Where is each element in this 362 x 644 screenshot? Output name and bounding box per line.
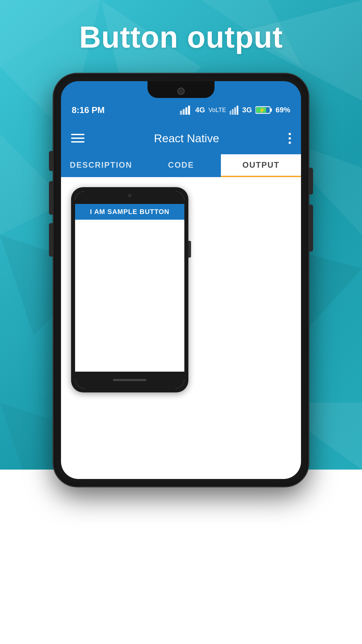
more-dot-2 [289, 137, 291, 140]
phone-inner-screen: 8:16 PM 4G VoLTE [61, 81, 301, 479]
hamburger-menu-button[interactable] [71, 134, 84, 143]
app-toolbar: React Native [61, 122, 301, 154]
power-button-left [49, 223, 54, 257]
inner-phone-shell: I AM SAMPLE BUTTON [71, 187, 188, 392]
svg-rect-25 [237, 106, 238, 115]
svg-rect-20 [185, 107, 187, 115]
network-3g: 3G [242, 106, 252, 114]
sample-button[interactable]: I AM SAMPLE BUTTON [75, 204, 184, 220]
tab-bar: DESCRIPTION CODE OUTPUT [61, 154, 301, 177]
status-icons: 4G VoLTE 3G [180, 105, 290, 115]
more-dot-3 [289, 142, 291, 144]
tab-code[interactable]: CODE [141, 154, 221, 177]
hamburger-line-1 [71, 134, 84, 135]
volume-down-button [49, 181, 54, 215]
svg-rect-27 [270, 108, 272, 112]
inner-screen: I AM SAMPLE BUTTON [75, 204, 184, 372]
inner-status-bar [75, 199, 184, 204]
network-type: 4G [195, 106, 205, 114]
inner-notch-bar [75, 191, 184, 199]
screen-content-output: I AM SAMPLE BUTTON [61, 177, 301, 479]
signal-icon [180, 105, 192, 115]
svg-rect-23 [232, 109, 234, 115]
hamburger-line-2 [71, 138, 84, 139]
notch-area [61, 81, 301, 98]
inner-camera [128, 194, 131, 197]
inner-phone-inner: I AM SAMPLE BUTTON [75, 191, 184, 388]
front-camera [177, 88, 185, 95]
more-options-button[interactable] [289, 133, 291, 144]
page-title-area: Button output [0, 0, 362, 68]
battery-percent: 69% [276, 106, 290, 114]
volume-up-button [49, 151, 54, 171]
volte-icon: VoLTE [208, 107, 226, 114]
inner-notch-shape [116, 191, 143, 199]
tab-description[interactable]: DESCRIPTION [61, 154, 141, 177]
phone-outer-shell: 8:16 PM 4G VoLTE [54, 74, 308, 486]
bottom-white-area [0, 470, 362, 644]
notch-shape [147, 81, 215, 98]
more-dot-1 [289, 133, 291, 135]
signal-3g-icon [230, 105, 239, 115]
toolbar-title: React Native [154, 132, 219, 145]
page-title: Button output [0, 20, 362, 55]
status-time: 8:16 PM [72, 105, 105, 115]
status-bar: 8:16 PM 4G VoLTE [61, 98, 301, 122]
home-indicator [113, 379, 146, 381]
svg-rect-19 [183, 109, 185, 115]
battery-icon: ⚡ [255, 105, 272, 115]
svg-rect-21 [188, 106, 190, 115]
phone-mockup: 8:16 PM 4G VoLTE [54, 74, 308, 486]
tab-output[interactable]: OUTPUT [221, 154, 301, 177]
inner-bottom-bar [75, 372, 184, 388]
hamburger-line-3 [71, 141, 84, 143]
inner-phone-preview: I AM SAMPLE BUTTON [71, 187, 188, 392]
svg-rect-24 [234, 107, 236, 115]
svg-rect-18 [180, 111, 182, 115]
svg-text:⚡: ⚡ [259, 107, 265, 113]
svg-rect-22 [230, 111, 231, 115]
